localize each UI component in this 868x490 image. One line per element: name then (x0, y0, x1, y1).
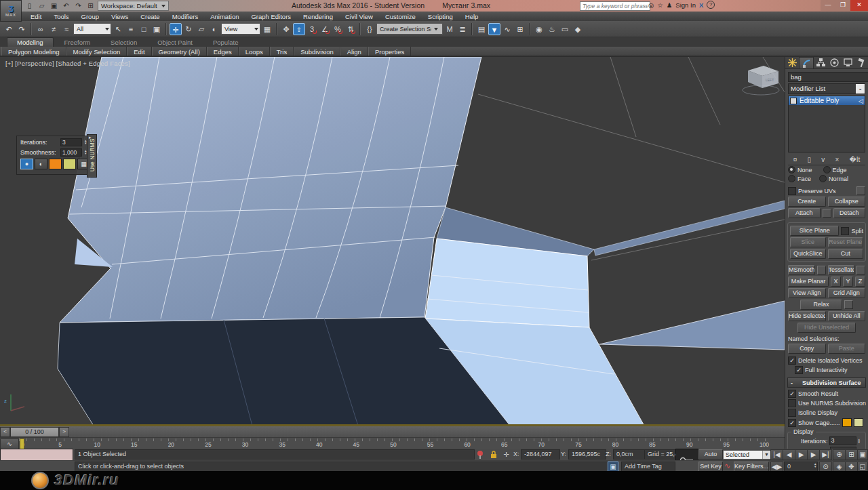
reference-coordinate-dropdown[interactable]: View (221, 23, 260, 35)
ribbon-panel-button-tris[interactable]: Tris (270, 47, 294, 56)
remove-modifier-icon[interactable]: × (835, 156, 839, 163)
search-input[interactable] (580, 1, 650, 11)
select-by-name-icon[interactable]: ≡ (125, 23, 137, 35)
sign-in-link[interactable]: Sign In (675, 1, 696, 9)
window-crossing-icon[interactable]: ▣ (151, 23, 163, 35)
snaps-toggle-icon[interactable]: 3 (306, 23, 318, 35)
preserve-uvs-settings-button[interactable] (856, 186, 865, 195)
hide-selected-button[interactable]: Hide Selected (788, 311, 826, 321)
caddy-iterations-field[interactable]: 3 (60, 138, 82, 146)
y-coord-field[interactable]: 1596,595c (568, 449, 606, 460)
utilities-tab-icon[interactable] (854, 57, 868, 68)
ribbon-panel-button-polygon-modeling[interactable]: Polygon Modeling (1, 47, 66, 56)
reset-plane-button[interactable]: Reset Plane (828, 237, 864, 247)
graphite-ribbon-toggle-icon[interactable]: ▼ (488, 23, 500, 35)
selection-filter-dropdown[interactable]: All (73, 23, 111, 35)
subdivision-surface-rollout-header[interactable]: - Subdivision Surface (787, 377, 866, 388)
new-file-icon[interactable]: ▯ (24, 1, 35, 10)
z-coord-field[interactable]: 0,0cm (613, 449, 646, 460)
planar-z-button[interactable]: Z (855, 277, 865, 287)
spinner-snap-icon[interactable]: ⇅ (344, 23, 357, 35)
collapse-button[interactable]: Collapse (828, 197, 866, 207)
menu-item-civil-view[interactable]: Civil View (339, 13, 379, 20)
ribbon-tab-selection[interactable]: Selection (101, 38, 146, 47)
hierarchy-tab-icon[interactable] (814, 57, 827, 68)
menu-item-scripting[interactable]: Scripting (422, 13, 459, 20)
motion-tab-icon[interactable] (827, 57, 841, 68)
isoline-display-checkbox[interactable] (788, 409, 796, 417)
curve-editor-icon[interactable]: ∿ (501, 23, 513, 35)
ribbon-panel-button-loops[interactable]: Loops (239, 47, 270, 56)
search-icon[interactable]: ◎ (648, 1, 654, 9)
unlink-selection-icon[interactable]: ≠ (47, 23, 60, 35)
menu-item-help[interactable]: Help (459, 13, 485, 20)
stack-item-editable-poly[interactable]: Editable Poly ◁ (789, 96, 865, 105)
menu-item-views[interactable]: Views (105, 13, 134, 20)
add-time-tag-field[interactable]: Add Time Tag (621, 462, 675, 472)
create-tab-icon[interactable] (785, 57, 799, 68)
time-slider[interactable]: < 0 / 100 > (0, 426, 785, 437)
menu-item-graph-editors[interactable]: Graph Editors (245, 13, 297, 20)
align-icon[interactable]: ≣ (456, 23, 469, 35)
configure-modifier-sets-icon[interactable]: �It (850, 156, 861, 163)
default-tangent-icon[interactable]: ∿ (724, 462, 730, 470)
tessellate-button[interactable]: Tessellate (828, 265, 855, 275)
previous-frame-button[interactable]: ◀ (783, 449, 795, 460)
constraint-edge-radio[interactable] (823, 166, 831, 173)
menu-item-animation[interactable]: Animation (204, 13, 245, 20)
redo-icon[interactable]: ↷ (16, 23, 28, 35)
make-planar-button[interactable]: Make Planar (788, 277, 829, 287)
use-pivot-center-icon[interactable]: ▦ (261, 23, 273, 35)
ribbon-tab-object-paint[interactable]: Object Paint (148, 38, 202, 47)
welcome-window-titlebar[interactable] (1, 449, 73, 461)
workspace-selector[interactable]: Workspace: Default (98, 1, 169, 11)
detach-button[interactable]: Detach (833, 208, 866, 218)
unhide-all-button[interactable]: Unhide All (828, 311, 866, 321)
menu-item-group[interactable]: Group (75, 13, 105, 20)
delete-isolated-vertices-checkbox[interactable]: ✓ (788, 356, 796, 365)
full-interactivity-checkbox[interactable]: ✓ (795, 366, 803, 374)
play-button[interactable]: ▶ (795, 449, 808, 460)
maximize-button[interactable]: ❐ (835, 0, 850, 11)
cage-color-swatch[interactable] (842, 418, 852, 427)
caddy-smoothness-field[interactable]: 1,000 (60, 148, 82, 157)
selection-lock-icon[interactable] (490, 450, 498, 459)
ribbon-panel-button-edges[interactable]: Edges (207, 47, 239, 56)
split-checkbox[interactable] (841, 227, 849, 235)
ribbon-tab-modeling[interactable]: Modeling (7, 37, 54, 47)
menu-item-rendering[interactable]: Rendering (297, 13, 339, 20)
current-frame-field[interactable]: 0 (784, 462, 818, 472)
ribbon-panel-button-edit[interactable]: Edit (127, 47, 151, 56)
msmooth-settings-button[interactable] (817, 266, 826, 274)
go-to-end-button[interactable]: ▶| (819, 449, 832, 460)
track-bar[interactable]: ∿ 05101520253035404550556065707580859095… (0, 437, 785, 449)
key-filters-button[interactable]: Key Filters... (734, 462, 769, 472)
caddy-side-tab[interactable]: ▸ Use NURMS (87, 134, 97, 178)
constraint-normal-radio[interactable] (819, 175, 827, 182)
select-and-manipulate-icon[interactable]: ✥ (280, 23, 292, 35)
slice-plane-button[interactable]: Slice Plane (790, 226, 839, 236)
absolute-offset-toggle-icon[interactable]: ✛ (502, 450, 511, 459)
auto-key-button[interactable]: Auto Key (698, 449, 723, 460)
planar-y-button[interactable]: Y (843, 277, 853, 287)
viewport-label[interactable]: [+] [Perspective] [Shaded + Edged Faces] (5, 60, 130, 67)
close-button[interactable]: ✕ (850, 0, 868, 11)
named-selection-sets-dropdown[interactable]: Create Selection Se (376, 23, 443, 35)
x-coord-field[interactable]: -2844,097 (521, 449, 560, 460)
cage-selected-color-swatch[interactable] (854, 418, 863, 427)
menu-item-create[interactable]: Create (134, 13, 166, 20)
use-nurms-checkbox[interactable] (788, 399, 796, 407)
slice-button[interactable]: Slice (790, 237, 826, 247)
menu-item-edit[interactable]: Edit (24, 13, 47, 20)
ribbon-panel-button-modify-selection[interactable]: Modify Selection (66, 47, 127, 56)
perspective-viewport[interactable]: LEFT z [+] [Perspective] [Shaded + Edged… (0, 57, 785, 426)
display-tab-icon[interactable] (841, 57, 854, 68)
material-editor-icon[interactable]: ◉ (533, 23, 545, 35)
ribbon-panel-button-align[interactable]: Align (340, 47, 368, 56)
attach-settings-button[interactable] (823, 209, 831, 218)
set-key-button[interactable]: Set Key (698, 462, 723, 472)
attach-button[interactable]: Attach (788, 208, 821, 218)
undo-icon[interactable]: ↶ (3, 23, 15, 35)
grid-align-button[interactable]: Grid Align (828, 288, 866, 298)
object-name-field[interactable] (788, 72, 868, 82)
